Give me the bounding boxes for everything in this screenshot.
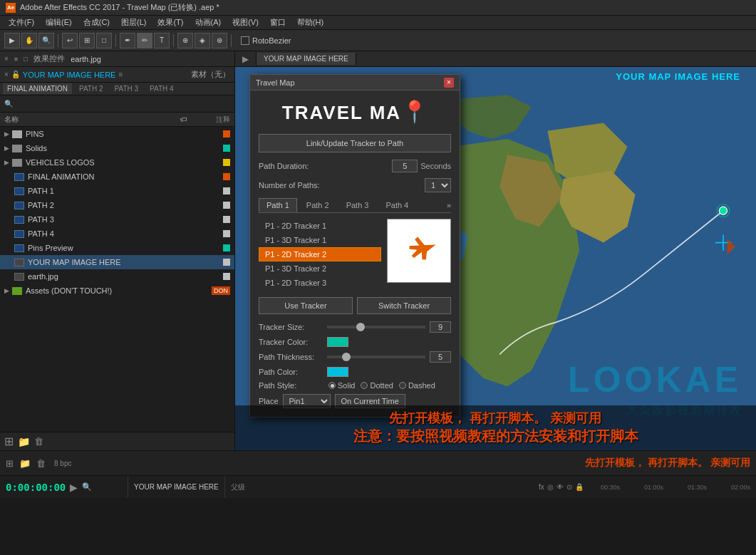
svg-point-1 [719, 207, 727, 214]
tree-folder-vehicles[interactable]: ▶ VEHICLES LOGOS [0, 155, 234, 170]
tracker-area: P1 - 2D Tracker 1 P1 - 3D Tracker 1 P1 -… [259, 219, 451, 290]
tool-mask[interactable]: □ [96, 33, 112, 48]
switch-tracker-btn[interactable]: Switch Tracker [357, 297, 451, 314]
view-tab-comp[interactable]: YOUR MAP IMAGE HERE [257, 53, 356, 65]
place-select[interactable]: Pin1 [283, 394, 331, 408]
tree-item-path4[interactable]: PATH 4 [0, 227, 234, 241]
comp-menu[interactable]: ≡ [118, 71, 123, 78]
tree-item-map-image[interactable]: YOUR MAP IMAGE HERE [0, 255, 234, 269]
tool-zoom[interactable]: 🔍 [38, 33, 54, 48]
tree-folder-solids[interactable]: ▶ Solids [0, 141, 234, 155]
tracker-buttons: Use Tracker Switch Tracker [259, 297, 451, 314]
ruler-30s: 00:30s [601, 484, 620, 491]
path-tab-more[interactable]: » [447, 201, 451, 209]
sub-tab-path2[interactable]: PATH 2 [75, 83, 108, 94]
trash-icon[interactable]: 🗑 [34, 436, 43, 447]
sub-tab-path4[interactable]: PATH 4 [145, 83, 178, 94]
add-comp-icon[interactable]: ⊞ [4, 435, 14, 448]
path-duration-input[interactable] [392, 160, 418, 172]
menu-file[interactable]: 文件(F) [3, 16, 40, 29]
tracker-p1-2d-3[interactable]: P1 - 2D Tracker 3 [259, 276, 381, 290]
color-dot-earth [223, 273, 230, 280]
link-update-btn[interactable]: Link/Update Tracker to Path [259, 134, 451, 152]
comp-close[interactable]: × [4, 71, 9, 78]
tool-eraser[interactable]: ◈ [195, 33, 210, 48]
dialog-close-btn[interactable]: × [444, 78, 454, 88]
tracker-preview [387, 219, 451, 283]
path-tab-2[interactable]: Path 2 [299, 198, 337, 212]
path-tab-1[interactable]: Path 1 [259, 198, 297, 212]
use-tracker-btn[interactable]: Use Tracker [259, 297, 353, 314]
tree-item-pins-preview[interactable]: Pins Preview [0, 241, 234, 255]
radio-solid-dot [328, 382, 336, 389]
menu-anim[interactable]: 动画(A) [190, 16, 227, 29]
solo-icon[interactable]: ⊙ [566, 483, 572, 491]
path-thickness-thumb[interactable] [342, 353, 351, 361]
logo-pin-icon: 📍 [401, 100, 428, 123]
path-tab-4[interactable]: Path 4 [378, 198, 416, 212]
tool-arrow[interactable]: ▶ [4, 33, 20, 48]
tracker-color-swatch[interactable] [327, 337, 348, 347]
menu-window[interactable]: 窗口 [264, 16, 291, 29]
menu-comp[interactable]: 合成(C) [78, 16, 115, 29]
tree-item-earth[interactable]: earth.jpg [0, 269, 234, 284]
menu-help[interactable]: 帮助(H) [291, 16, 329, 29]
view-toggle-btn[interactable]: ▶ [235, 52, 257, 66]
search-icon-timeline[interactable]: 🔍 [82, 482, 92, 492]
effects-file: earth.jpg [71, 55, 101, 63]
tree-folder-pins[interactable]: ▶ PINS [0, 127, 234, 141]
tracker-size-value[interactable] [430, 321, 451, 333]
comp-lock-icon[interactable]: 🔓 [11, 71, 20, 78]
folder-new-icon[interactable]: 📁 [18, 436, 30, 447]
path-tab-3[interactable]: Path 3 [338, 198, 377, 212]
tracker-size-thumb[interactable] [356, 323, 365, 331]
fx-icon[interactable]: fx [539, 483, 544, 491]
path-thickness-value[interactable] [430, 351, 451, 363]
tool-transform[interactable]: ⊞ [79, 33, 95, 48]
tree-item-path2[interactable]: PATH 2 [0, 198, 234, 212]
radio-solid[interactable]: Solid [328, 381, 355, 390]
tool-rotate[interactable]: ↩ [62, 33, 78, 48]
sub-tab-final[interactable]: FINAL ANIMATION [3, 83, 72, 94]
radio-dashed[interactable]: Dashed [399, 381, 435, 390]
tool-puppet[interactable]: ⊛ [212, 33, 227, 48]
menu-layer[interactable]: 图层(L) [115, 16, 152, 29]
roto-bezier-checkbox[interactable] [241, 36, 249, 45]
play-icon[interactable]: ▶ [70, 482, 78, 493]
tree-item-final-anim[interactable]: FINAL ANIMATION [0, 170, 234, 184]
panel-checkbox[interactable]: □ [24, 55, 28, 63]
tool-pen-active[interactable]: ✏ [137, 33, 152, 48]
folder-icon-bottom[interactable]: 📁 [19, 458, 31, 469]
trash-icon-bottom[interactable]: 🗑 [36, 458, 46, 469]
tool-text[interactable]: T [154, 33, 170, 48]
on-current-time-btn[interactable]: On Current Time [335, 394, 405, 408]
path-color-swatch[interactable] [327, 367, 348, 377]
render-icon[interactable]: ⊞ [6, 458, 14, 469]
shy-icon[interactable]: 👁 [556, 483, 564, 491]
tool-clone[interactable]: ⊕ [177, 33, 193, 48]
tracker-size-slider[interactable] [327, 326, 425, 328]
tree-item-path1[interactable]: PATH 1 [0, 184, 234, 198]
tracker-p1-2d-2[interactable]: P1 - 2D Tracker 2 [259, 247, 381, 261]
menu-edit[interactable]: 编辑(E) [40, 16, 78, 29]
footage-label: 素材（无） [191, 69, 230, 80]
panel-close[interactable]: × [4, 55, 9, 63]
tree-folder-assets[interactable]: ▶ Assets (DON'T TOUCH!) DON [0, 284, 234, 298]
tree-item-path3[interactable]: PATH 3 [0, 212, 234, 227]
menu-effects[interactable]: 效果(T) [152, 16, 189, 29]
path-thickness-slider[interactable] [327, 356, 425, 358]
tool-hand[interactable]: ✋ [21, 33, 37, 48]
tracker-p1-2d-1[interactable]: P1 - 2D Tracker 1 [259, 219, 381, 233]
radio-dotted[interactable]: Dotted [361, 381, 393, 390]
tracker-p1-3d-2[interactable]: P1 - 3D Tracker 2 [259, 261, 381, 276]
search-input[interactable] [16, 100, 230, 108]
menu-view[interactable]: 视图(V) [227, 16, 264, 29]
tracker-p1-3d-1[interactable]: P1 - 3D Tracker 1 [259, 233, 381, 247]
lock-icon-timeline[interactable]: 🔒 [575, 483, 584, 491]
motion-blur-icon[interactable]: ◎ [547, 483, 554, 491]
sub-tab-path3[interactable]: PATH 3 [110, 83, 143, 94]
num-paths-select[interactable]: 1 2 3 4 [425, 178, 451, 192]
tool-pen[interactable]: ✒ [120, 33, 135, 48]
item-label-final: FINAL ANIMATION [28, 172, 220, 181]
roto-bezier-label: RotoBezier [252, 36, 291, 45]
